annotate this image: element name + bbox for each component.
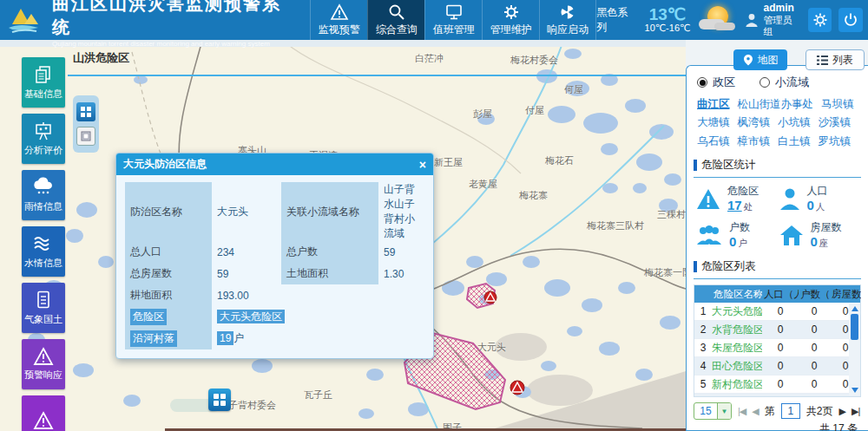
user-block[interactable]: admin 管理员组 <box>744 3 801 36</box>
map-place-label: 三稞村 <box>657 208 686 221</box>
stat-households: 户数 0户 <box>695 221 779 251</box>
row-index: 3 <box>694 342 712 354</box>
sidebar-item-warning-response[interactable]: 预警响应 <box>22 339 65 389</box>
page-size-select[interactable]: 15 ▼ <box>694 402 732 420</box>
danger-zone-name-link[interactable]: 水背危险区 <box>712 323 762 337</box>
radio-basin[interactable] <box>760 77 770 88</box>
section-bar <box>694 261 697 272</box>
table-row[interactable]: 5 新村危险区 0 0 0 <box>694 375 860 394</box>
sidebar-item-meteorology-land[interactable]: 气象国土 <box>22 283 65 333</box>
region-link[interactable]: 乌石镇 <box>697 134 730 148</box>
map-grid-button[interactable] <box>208 389 231 411</box>
sidebar-item-label: 雨情信息 <box>24 200 62 213</box>
region-link[interactable]: 大塘镇 <box>697 115 730 129</box>
region-link[interactable]: 白土镇 <box>778 134 811 148</box>
next-page-button[interactable]: ▶ <box>838 406 845 417</box>
nav-item-comprehensive-query[interactable]: 综合查询 <box>367 0 424 40</box>
page-number-input[interactable]: 1 <box>781 403 800 419</box>
map-layers-button[interactable] <box>76 127 95 146</box>
region-link[interactable]: 沙溪镇 <box>819 115 852 129</box>
region-link[interactable]: 松山街道办事处 <box>738 97 814 111</box>
nav-label: 综合查询 <box>376 23 418 37</box>
people-icon <box>695 224 723 247</box>
logout-button[interactable] <box>838 8 863 32</box>
row-households: 0 <box>799 342 830 354</box>
map-view-button[interactable]: 地图 <box>733 49 787 70</box>
nav-item-duty-management[interactable]: 值班管理 <box>424 0 482 40</box>
danger-zone-name-link[interactable]: 大元头危险区 <box>712 304 762 319</box>
field-value[interactable]: 大元头危险区 <box>212 310 290 324</box>
table-row[interactable]: 4 田心危险区 0 0 0 <box>694 357 860 375</box>
region-link[interactable]: 樟市镇 <box>738 134 771 148</box>
sidebar-item-rainfall[interactable]: 雨情信息 <box>22 170 65 220</box>
radio-basin-label[interactable]: 小流域 <box>775 75 809 90</box>
document-icon <box>33 290 54 310</box>
region-link[interactable]: 小坑镇 <box>778 115 811 129</box>
field-value: 59 <box>378 246 424 258</box>
sidebar-item-label: 气象国土 <box>24 313 62 326</box>
map-place-label: 老黄屋 <box>469 178 497 191</box>
scroll-down-icon[interactable] <box>852 388 858 393</box>
danger-zone-link[interactable]: 大元头危险区 <box>217 310 285 323</box>
first-page-button[interactable]: |◀ <box>738 406 746 417</box>
sidebar-item-basic-info[interactable]: 基础信息 <box>22 57 65 108</box>
temperature-now: 13℃ <box>645 6 691 23</box>
nav-item-response-launch[interactable]: 响应启动 <box>539 0 596 40</box>
table-header-row: 危险区名称 人口（人） 户数（户） 房屋数（座） <box>694 285 860 303</box>
user-group: 管理员组 <box>763 15 800 36</box>
last-page-button[interactable]: ▶| <box>852 406 859 417</box>
sidebar-item-analysis[interactable]: 分析评价 <box>22 114 65 164</box>
danger-zone-name-link[interactable]: 寨石下危险区 <box>712 395 762 397</box>
danger-zone-name-link[interactable]: 田心危险区 <box>712 359 762 374</box>
row-index: 5 <box>694 378 712 390</box>
easel-icon <box>33 121 54 141</box>
scroll-up-icon[interactable] <box>852 306 858 311</box>
stat-houses: 房屋数 0座 <box>779 221 862 251</box>
popup-titlebar: 大元头防治区信息 × <box>116 153 433 175</box>
danger-zone-name-link[interactable]: 新村危险区 <box>712 377 762 392</box>
row-households: 0 <box>799 305 830 317</box>
nav-item-management-maintenance[interactable]: 管理维护 <box>482 0 539 40</box>
table-row[interactable]: 6 寨石下危险区 0 0 0 <box>694 394 860 396</box>
stat-label: 户数 <box>729 221 750 234</box>
stat-value: 0 <box>807 198 814 212</box>
close-icon[interactable]: × <box>419 158 426 172</box>
stat-value-link[interactable]: 17 <box>727 198 742 212</box>
region-link[interactable]: 枫湾镇 <box>738 115 771 129</box>
radio-zone[interactable] <box>697 77 707 88</box>
map-extent-button[interactable] <box>76 102 95 121</box>
map-place-label: 大元头 <box>477 341 506 354</box>
village-unit: 户 <box>233 332 244 344</box>
table-row[interactable]: 1 大元头危险区 0 0 0 <box>694 303 860 321</box>
nav-item-monitor-warning[interactable]: 监视预警 <box>310 0 367 40</box>
field-value[interactable]: 19户 <box>212 331 249 346</box>
region-link-qujiang[interactable]: 曲江区 <box>697 97 730 111</box>
map-place-label: 梅花石 <box>545 154 574 167</box>
app-subtitle: Qujiang mountain torrent disaster monito… <box>52 40 298 48</box>
field-value: 1.30 <box>378 268 424 280</box>
map-place-label: 彭屋 <box>473 108 492 121</box>
pagination-bar: 15 ▼ |◀ ◀ 第 1 共2页 ▶ ▶| <box>694 402 861 420</box>
rain-cloud-icon <box>32 177 55 198</box>
table-scrollbar[interactable] <box>849 304 860 395</box>
sidebar-item-bottom[interactable] <box>22 395 65 431</box>
village-count-link[interactable]: 19 <box>217 331 233 345</box>
region-link[interactable]: 罗坑镇 <box>819 134 852 148</box>
scrollbar-thumb[interactable] <box>851 314 858 340</box>
stat-value: 0 <box>811 234 818 249</box>
table-row[interactable]: 3 朱屋危险区 0 0 0 <box>694 339 860 357</box>
sidebar-item-label: 分析评价 <box>24 144 62 157</box>
table-row[interactable]: 2 水背危险区 0 0 0 <box>694 321 860 339</box>
stat-population: 人口 0人 <box>779 185 862 214</box>
danger-marker-icon <box>510 381 524 395</box>
map-section-divider <box>68 75 686 76</box>
user-texts: admin 管理员组 <box>763 3 800 36</box>
radio-zone-label[interactable]: 政区 <box>713 75 735 90</box>
settings-button[interactable] <box>808 8 832 32</box>
region-link[interactable]: 马坝镇 <box>821 97 854 111</box>
field-label: 总户数 <box>281 241 378 263</box>
sidebar-item-water[interactable]: 水情信息 <box>22 226 65 277</box>
list-view-button[interactable]: 列表 <box>806 49 865 70</box>
danger-zone-name-link[interactable]: 朱屋危险区 <box>712 341 762 356</box>
prev-page-button[interactable]: ◀ <box>752 406 758 417</box>
